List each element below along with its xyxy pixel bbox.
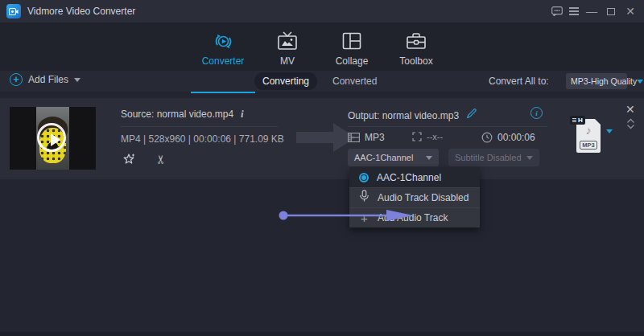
tab-mv[interactable]: MV: [255, 27, 320, 71]
audio-track-select[interactable]: AAC-1Channel: [348, 149, 439, 166]
file-type-label: MP3: [580, 141, 597, 150]
window-bottom-edge: [0, 332, 644, 336]
output-divider: [348, 126, 547, 127]
app-title: Vidmore Video Converter: [27, 6, 135, 17]
source-info-icon[interactable]: i: [241, 108, 244, 121]
tab-collage-label: Collage: [336, 55, 369, 67]
toolbox-icon: [406, 29, 427, 53]
remove-file-icon[interactable]: ✕: [625, 103, 635, 116]
source-filename: Source: normal video.mp4: [121, 109, 233, 120]
edit-effects-icon[interactable]: [121, 151, 137, 167]
subtitle-value: Subtitle Disabled: [455, 153, 522, 162]
menu-item-audio-track-disabled[interactable]: Audio Track Disabled: [349, 187, 480, 207]
feedback-icon[interactable]: [551, 6, 564, 17]
video-thumbnail[interactable]: [10, 107, 96, 170]
plus-icon: +: [359, 213, 369, 223]
toolbar: + Add Files Converting Converted Convert…: [0, 71, 644, 92]
add-files-plus-icon: +: [10, 73, 23, 86]
cut-icon[interactable]: ✂: [153, 151, 169, 167]
minimize-button[interactable]: —: [585, 6, 598, 17]
app-window: Vidmore Video Converter — ✕ Conver: [0, 0, 644, 336]
title-bar: Vidmore Video Converter — ✕: [0, 0, 644, 23]
duration-item: 00:00:06: [481, 132, 535, 143]
dimensions-item: --x--: [412, 132, 443, 141]
tab-converted[interactable]: Converted: [332, 76, 377, 87]
microphone-icon: [359, 190, 369, 206]
reorder-icon[interactable]: [625, 117, 636, 133]
row-tools: ✂: [121, 151, 169, 167]
subtitle-caret-icon: [526, 156, 533, 160]
mv-icon: [277, 29, 298, 53]
output-duration: 00:00:06: [497, 132, 535, 143]
menu-item-aac-1channel[interactable]: AAC-1Channel: [349, 167, 480, 187]
play-overlay-icon[interactable]: [37, 123, 66, 152]
add-files-button[interactable]: + Add Files: [10, 73, 80, 86]
resolution-icon: [412, 132, 422, 141]
app-logo-icon: [6, 4, 21, 18]
output-info-icon[interactable]: i: [530, 107, 543, 119]
menu-item-add-audio-track[interactable]: + Add Audio Track: [349, 207, 480, 227]
maximize-button[interactable]: [605, 6, 617, 17]
output-line: Output: normal video.mp3: [348, 108, 477, 123]
file-row[interactable]: Source: normal video.mp4 i MP4 | 528x960…: [0, 98, 644, 179]
convert-all-select[interactable]: MP3-High Quality: [566, 73, 627, 89]
tab-mv-label: MV: [280, 55, 295, 67]
subtitle-select[interactable]: Subtitle Disabled: [448, 149, 539, 166]
convert-all-caret-icon: [637, 80, 643, 84]
converter-icon: [213, 29, 234, 53]
output-format: MP3: [365, 132, 385, 143]
quality-lines-icon: [572, 118, 576, 122]
audio-track-caret-icon: [426, 156, 432, 160]
tab-converting[interactable]: Converting: [254, 72, 317, 90]
source-divider: [121, 126, 278, 127]
convert-all-label: Convert All to:: [489, 76, 549, 87]
clock-icon: [481, 132, 493, 143]
tab-converter-label: Converter: [202, 55, 245, 67]
add-files-caret-icon: [74, 78, 80, 82]
source-line: Source: normal video.mp4 i: [121, 108, 244, 121]
audio-track-value: AAC-1Channel: [354, 153, 413, 162]
tab-collage[interactable]: Collage: [320, 27, 384, 71]
format-item: MP3: [348, 132, 385, 143]
collage-icon: [342, 29, 361, 53]
output-format-row: MP3 --x-- 00:00:06: [348, 132, 547, 145]
radio-selected-icon: [359, 173, 369, 182]
rename-pencil-icon[interactable]: [465, 108, 477, 123]
audio-track-menu: AAC-1Channel Audio Track Disabled + Add …: [349, 167, 480, 227]
close-button[interactable]: ✕: [624, 6, 637, 17]
add-files-label: Add Files: [28, 74, 68, 85]
source-meta: MP4 | 528x960 | 00:00:06 | 771.09 KB: [121, 133, 284, 145]
format-caret-icon[interactable]: [606, 133, 613, 148]
menu-icon[interactable]: [568, 6, 580, 17]
tab-toolbox[interactable]: Toolbox: [384, 27, 448, 71]
convert-all-value: MP3-High Quality: [571, 76, 637, 86]
main-tab-bar: Converter MV Collage: [0, 23, 644, 71]
quality-badge: H: [570, 116, 585, 125]
output-dimensions: --x--: [427, 132, 443, 141]
film-icon: [348, 133, 360, 142]
music-note-icon: ♪: [576, 124, 601, 137]
tab-toolbox-label: Toolbox: [399, 55, 432, 67]
output-filename: Output: normal video.mp3: [348, 110, 459, 121]
tab-converter[interactable]: Converter: [191, 27, 255, 71]
